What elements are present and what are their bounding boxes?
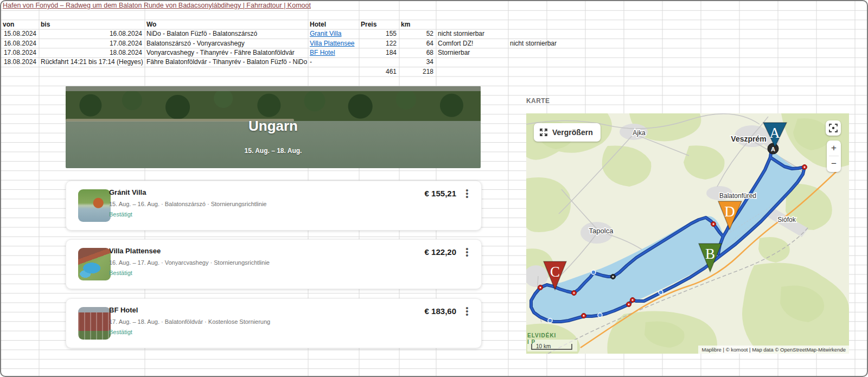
cell-bis: 16.08.2024 <box>39 29 142 39</box>
cell-von: 17.08.2024 <box>1 48 36 57</box>
zoom-control: + − <box>827 140 841 172</box>
city-label-tapolca: Tapolca <box>589 227 614 235</box>
cell-km: 34 <box>399 57 433 67</box>
svg-text:C: C <box>550 264 560 280</box>
trip-banner-image: Ungarn 15. Aug. – 18. Aug. <box>66 86 481 168</box>
banner-title: Ungarn <box>66 118 481 135</box>
hotel-meta: 15. Aug. – 16. Aug. · Balatonszárszó · S… <box>109 201 266 207</box>
hotel-name: BF Hotel <box>109 306 138 314</box>
center-map-button[interactable] <box>826 120 841 136</box>
city-label-siofok: Siófok <box>777 216 796 223</box>
svg-text:D: D <box>724 203 735 220</box>
hotel-meta: 17. Aug. – 18. Aug. · Balatonföldvár · K… <box>109 318 270 325</box>
hotel-price: € 155,21 <box>425 189 456 198</box>
hotel-price: € 122,20 <box>425 247 456 257</box>
park-label-line1: ELVIDÉKI <box>527 333 556 338</box>
cell-hotel[interactable]: BF Hotel <box>310 48 335 57</box>
cell-km: 52 <box>399 29 433 39</box>
zoom-in-button[interactable]: + <box>827 140 841 156</box>
cell-wo: Fähre Balatonföldvár - Tihanyrév - Balat… <box>146 57 307 67</box>
cell-preis: 155 <box>359 29 397 39</box>
hotel-thumbnail <box>78 307 111 340</box>
cell-total-km: 218 <box>399 67 433 76</box>
cell-bis: Rückfahrt 14:21 bis 17:14 (Hegyes) <box>41 57 143 67</box>
cell-note2: nicht stornierbar <box>510 39 557 48</box>
zoom-out-button[interactable]: − <box>827 156 841 171</box>
header-km: km <box>401 20 410 29</box>
cell-hotel[interactable]: Villa Plattensee <box>310 39 355 48</box>
cell-hotel: - <box>310 57 312 67</box>
cell-km: 68 <box>399 48 433 57</box>
hotel-name: Gránit Villa <box>109 188 146 196</box>
hotel-meta: 16. Aug. – 17. Aug. · Vonyarcvashegy · S… <box>109 259 270 266</box>
status-badge: Bestätigt <box>109 329 132 335</box>
map-section-label: KARTE <box>526 97 550 105</box>
cell-wo: Balatonszárszó - Vonyarcvashegy <box>146 39 245 48</box>
kebab-menu-icon[interactable]: ••• <box>463 188 471 198</box>
cell-von: 15.08.2024 <box>1 29 36 39</box>
status-badge: Bestätigt <box>109 270 132 276</box>
cell-total-preis: 461 <box>359 67 397 76</box>
booking-card-bf-hotel[interactable]: BF Hotel 17. Aug. – 18. Aug. · Balatonfö… <box>66 298 482 348</box>
cell-von: 16.08.2024 <box>1 39 36 48</box>
svg-text:B: B <box>705 246 715 262</box>
cell-bis: 18.08.2024 <box>39 48 142 57</box>
enlarge-map-label: Vergrößern <box>552 128 593 137</box>
cell-wo: NiDo - Balaton Füzfö - Balatonszárszó <box>146 29 257 39</box>
city-label-veszprem: Veszprém <box>731 135 766 143</box>
center-focus-icon <box>829 124 838 132</box>
cell-note: Comfort DZ! <box>438 39 473 48</box>
header-von: von <box>3 20 14 29</box>
svg-text:A: A <box>769 125 780 141</box>
expand-arrows-icon <box>539 128 548 137</box>
booking-card-villa-plattensee[interactable]: Villa Plattensee 16. Aug. – 17. Aug. · V… <box>66 239 482 289</box>
city-label-balatonfured: Balatonfüred <box>719 192 756 200</box>
cell-note: nicht stornierbar <box>438 29 484 39</box>
kebab-menu-icon[interactable]: ••• <box>463 247 471 257</box>
hotel-thumbnail <box>78 248 111 280</box>
map-attribution: Maplibre | © komoot | Map data © OpenStr… <box>698 346 849 354</box>
header-wo: Wo <box>146 20 156 29</box>
city-label-ajka: Ajka <box>633 129 646 137</box>
map-graphic: Ajka Veszprém Balatonfüred Siófok Tapolc… <box>526 113 849 354</box>
cell-preis: 184 <box>359 48 397 57</box>
cell-wo: Vonyarcvashegy - Tihanyrév - Fähre Balat… <box>146 48 295 57</box>
booking-card-granit-villa[interactable]: Gránit Villa 15. Aug. – 16. Aug. · Balat… <box>66 181 482 231</box>
header-preis: Preis <box>361 20 376 29</box>
banner-dates: 15. Aug. – 18. Aug. <box>66 147 481 155</box>
cell-preis: 122 <box>359 39 397 48</box>
cell-km: 64 <box>399 39 433 48</box>
spreadsheet-window: Hafen von Fonyód – Radweg um dem Balaton… <box>0 0 868 377</box>
map-canvas[interactable]: Ajka Veszprém Balatonfüred Siófok Tapolc… <box>526 113 849 354</box>
kebab-menu-icon[interactable]: ••• <box>463 306 471 316</box>
cell-hotel[interactable]: Granit Villa <box>310 29 341 39</box>
status-badge: Bestätigt <box>109 211 132 218</box>
hotel-price: € 183,60 <box>425 306 456 316</box>
cell-note: Stornierbar <box>438 48 470 57</box>
cell-von: 18.08.2024 <box>1 57 36 67</box>
hotel-name: Villa Plattensee <box>109 247 161 255</box>
route-black-waypoint-center <box>612 276 614 278</box>
header-bis: bis <box>41 20 50 29</box>
hotel-thumbnail <box>78 189 111 222</box>
cell-bis: 17.08.2024 <box>39 39 142 48</box>
title-hyperlink[interactable]: Hafen von Fonyód – Radweg um dem Balaton… <box>3 1 311 10</box>
scale-label: 10 km <box>536 343 551 349</box>
enlarge-map-button[interactable]: Vergrößern <box>534 123 601 142</box>
header-hotel: Hotel <box>310 20 326 29</box>
